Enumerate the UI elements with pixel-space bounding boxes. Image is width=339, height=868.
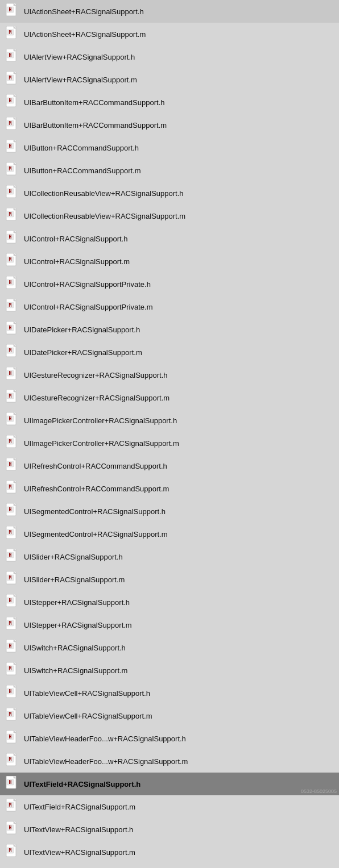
list-item[interactable]: M UIImagePickerController+RACSignalSuppo… [0, 432, 339, 454]
list-item[interactable]: H UISlider+RACSignalSupport.h [0, 545, 339, 568]
h-file-icon: H [5, 276, 20, 293]
list-item[interactable]: M UITextField+RACSignalSupport.m [0, 795, 339, 818]
list-item[interactable]: M UIGestureRecognizer+RACSignalSupport.m [0, 386, 339, 409]
h-file-icon: H [5, 94, 20, 111]
list-item[interactable]: H UIBarButtonItem+RACCommandSupport.h [0, 91, 339, 114]
file-name: UIStepper+RACSignalSupport.m [24, 621, 132, 629]
list-item[interactable]: M UITextView+RACSignalSupport.m [0, 841, 339, 863]
m-file-icon: M [5, 253, 20, 270]
svg-text:M: M [9, 348, 12, 353]
list-item[interactable]: H UITextView+RACSignalSupport.h [0, 818, 339, 841]
list-item[interactable]: H UITableViewCell+RACSignalSupport.h [0, 682, 339, 704]
svg-text:M: M [9, 621, 12, 626]
svg-text:M: M [9, 212, 12, 217]
file-name: UIControl+RACSignalSupport.m [24, 257, 130, 266]
file-name: UISwitch+RACSignalSupport.m [24, 666, 127, 675]
m-file-icon: M [5, 71, 20, 88]
list-item[interactable]: H UIButton+RACCommandSupport.h [0, 136, 339, 159]
file-name: UIActionSheet+RACSignalSupport.m [24, 30, 146, 39]
list-item[interactable]: H UISegmentedControl+RACSignalSupport.h [0, 500, 339, 523]
list-item[interactable]: M UISlider+RACSignalSupport.m [0, 568, 339, 591]
file-name: UISwitch+RACSignalSupport.h [24, 644, 126, 652]
list-item[interactable]: H UISwitch+RACSignalSupport.h [0, 636, 339, 659]
svg-text:M: M [9, 76, 12, 81]
svg-text:M: M [9, 712, 12, 717]
list-item[interactable]: M UITableViewHeaderFoo...w+RACSignalSupp… [0, 750, 339, 773]
h-file-icon: H [5, 730, 20, 747]
h-file-icon: H [5, 548, 20, 565]
h-file-icon: H [5, 594, 20, 611]
list-item[interactable]: H UIGestureRecognizer+RACSignalSupport.h [0, 364, 339, 386]
h-file-icon: H [5, 685, 20, 702]
file-name: UIButton+RACCommandSupport.h [24, 144, 139, 152]
svg-text:M: M [9, 394, 12, 399]
list-item[interactable]: H UIControl+RACSignalSupport.h [0, 227, 339, 250]
list-item[interactable]: M UIAlertView+RACSignalSupport.m [0, 68, 339, 91]
list-item[interactable]: M UIBarButtonItem+RACCommandSupport.m [0, 114, 339, 136]
file-name: UIBarButtonItem+RACCommandSupport.h [24, 98, 164, 107]
file-name: UIActionSheet+RACSignalSupport.h [24, 7, 144, 16]
list-item[interactable]: H UITableViewHeaderFoo...w+RACSignalSupp… [0, 727, 339, 750]
list-item[interactable]: M UIButton+RACCommandSupport.m [0, 159, 339, 182]
svg-text:H: H [9, 735, 12, 740]
svg-text:H: H [9, 780, 12, 785]
list-item[interactable]: H UITextField+RACSignalSupport.h0532-850… [0, 773, 339, 795]
svg-text:H: H [9, 98, 12, 103]
file-name: UITextView+RACSignalSupport.m [24, 848, 135, 857]
file-name: UICollectionReusableView+RACSignalSuppor… [24, 212, 185, 220]
file-name: UITableViewHeaderFoo...w+RACSignalSuppor… [24, 757, 188, 766]
file-name: UISlider+RACSignalSupport.h [24, 553, 123, 561]
h-file-icon: H [5, 3, 20, 20]
file-name: UITableViewCell+RACSignalSupport.h [24, 689, 150, 698]
svg-text:H: H [9, 371, 12, 376]
file-name: UIDatePicker+RACSignalSupport.h [24, 326, 140, 334]
svg-text:H: H [9, 553, 12, 558]
h-file-icon: H [5, 321, 20, 338]
list-item[interactable]: M UICollectionReusableView+RACSignalSupp… [0, 205, 339, 227]
list-item[interactable]: M UIStepper+RACSignalSupport.m [0, 614, 339, 636]
svg-text:H: H [9, 235, 12, 240]
list-item[interactable]: M UIActionSheet+RACSignalSupport.m [0, 23, 339, 45]
svg-text:H: H [9, 280, 12, 285]
svg-text:H: H [9, 7, 12, 12]
m-file-icon: M [5, 616, 20, 633]
svg-text:M: M [9, 848, 12, 853]
list-item[interactable]: M UISwitch+RACSignalSupport.m [0, 659, 339, 682]
svg-text:M: M [9, 166, 12, 172]
list-item[interactable]: H UIStepper+RACSignalSupport.h [0, 591, 339, 614]
m-file-icon: M [5, 435, 20, 452]
list-item[interactable]: H UIControl+RACSignalSupportPrivate.h [0, 273, 339, 295]
file-name: UIImagePickerController+RACSignalSupport… [24, 439, 179, 448]
file-name: UIRefreshControl+RACCommandSupport.h [24, 462, 167, 470]
h-file-icon: H [5, 48, 20, 65]
list-item[interactable]: H UIActionSheet+RACSignalSupport.h [0, 0, 339, 23]
list-item[interactable]: M UIControl+RACSignalSupport.m [0, 250, 339, 273]
svg-text:M: M [9, 121, 12, 126]
file-name: UISegmentedControl+RACSignalSupport.h [24, 507, 166, 516]
list-item[interactable]: H UIDatePicker+RACSignalSupport.h [0, 318, 339, 341]
svg-text:H: H [9, 598, 12, 603]
file-name: UIButton+RACCommandSupport.m [24, 166, 141, 175]
svg-text:H: H [9, 144, 12, 149]
list-item[interactable]: H UIImagePickerController+RACSignalSuppo… [0, 409, 339, 432]
file-name: UIAlertView+RACSignalSupport.m [24, 76, 137, 84]
m-file-icon: M [5, 525, 20, 542]
file-name: UIRefreshControl+RACCommandSupport.m [24, 485, 169, 493]
list-item[interactable]: M UIDatePicker+RACSignalSupport.m [0, 341, 339, 364]
h-file-icon: H [5, 821, 20, 838]
m-file-icon: M [5, 298, 20, 315]
list-item[interactable]: M UISegmentedControl+RACSignalSupport.m [0, 523, 339, 545]
list-item[interactable]: M UIRefreshControl+RACCommandSupport.m [0, 477, 339, 500]
list-item[interactable]: H UICollectionReusableView+RACSignalSupp… [0, 182, 339, 205]
svg-text:M: M [9, 439, 12, 444]
file-name: UITableViewHeaderFoo...w+RACSignalSuppor… [24, 735, 186, 743]
h-file-icon: H [5, 230, 20, 247]
list-item[interactable]: H UIAlertView+RACSignalSupport.h [0, 45, 339, 68]
file-name: UIGestureRecognizer+RACSignalSupport.h [24, 371, 168, 379]
svg-text:H: H [9, 462, 12, 467]
list-item[interactable]: H UIRefreshControl+RACCommandSupport.h [0, 454, 339, 477]
list-item[interactable]: M UIControl+RACSignalSupportPrivate.m [0, 295, 339, 318]
file-name: UIGestureRecognizer+RACSignalSupport.m [24, 394, 170, 402]
m-file-icon: M [5, 571, 20, 588]
list-item[interactable]: M UITableViewCell+RACSignalSupport.m [0, 704, 339, 727]
